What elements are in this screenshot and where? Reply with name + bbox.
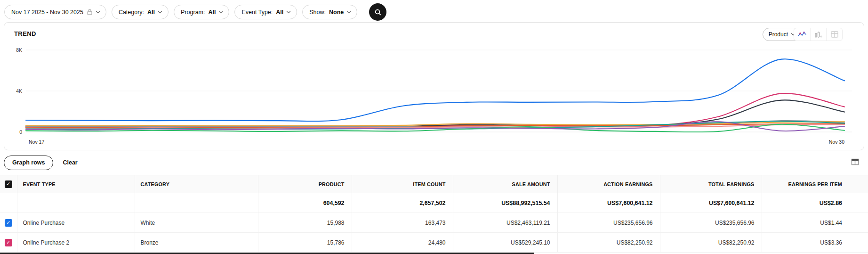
- filter-value: All: [147, 9, 155, 16]
- cell-sale-amount: US$2,463,119.21: [453, 213, 557, 233]
- cell-action-earnings: US$235,656.96: [557, 213, 660, 233]
- date-range-filter[interactable]: Nov 17 2025 - Nov 30 2025: [4, 5, 106, 19]
- cell-category: White: [135, 213, 258, 233]
- filter-label: Category:: [119, 9, 144, 16]
- row-checkbox[interactable]: ✓: [5, 219, 12, 227]
- cell-earnings-per-item: US$3.36: [762, 233, 868, 253]
- bar-chart-view-button[interactable]: [810, 28, 826, 41]
- row-checkbox[interactable]: ✓: [5, 239, 12, 246]
- clear-button[interactable]: Clear: [63, 159, 77, 166]
- cell-item-count: 163,473: [352, 213, 453, 233]
- table-view-icon: [830, 31, 839, 38]
- x-axis-tick-label: Nov 17: [29, 139, 44, 145]
- totals-row: 604,5922,657,502US$88,992,515.54US$7,600…: [0, 193, 868, 213]
- results-table: ✓EVENT TYPECATEGORYPRODUCTITEM COUNTSALE…: [0, 175, 868, 253]
- trend-panel: TREND Product 04K8KNov 1: [4, 22, 864, 150]
- row-checkbox-cell: ✓: [0, 233, 17, 253]
- chevron-down-icon: [96, 9, 100, 13]
- chevron-down-icon: [347, 9, 351, 13]
- filter-label: Show:: [309, 9, 326, 16]
- y-axis-tick-label: 4K: [16, 88, 22, 94]
- cell-product: 15,988: [258, 213, 352, 233]
- cell-item-count: 24,480: [352, 233, 453, 253]
- table-view-button[interactable]: [826, 28, 842, 41]
- trend-series-line: [26, 93, 844, 128]
- total-product: 604,592: [258, 193, 352, 213]
- cell-sale-amount: US$529,245.10: [453, 233, 557, 253]
- cell-total-earnings: US$235,656.96: [660, 213, 762, 233]
- column-header-category[interactable]: CATEGORY: [135, 175, 258, 193]
- lock-icon: [87, 9, 93, 15]
- totals-checkbox-cell: [0, 193, 17, 213]
- column-settings-button[interactable]: [851, 158, 859, 165]
- trend-line-chart: 04K8KNov 17Nov 30: [9, 42, 862, 148]
- column-header-action-earnings[interactable]: ACTION EARNINGS: [557, 175, 660, 193]
- filter-value: All: [276, 9, 283, 16]
- table-controls: Graph rows Clear: [4, 155, 864, 171]
- cell-product: 15,786: [258, 233, 352, 253]
- table-row: ✓Online Purchase 2Bronze15,78624,480US$5…: [0, 233, 868, 253]
- filter-label: Program:: [181, 9, 205, 16]
- table-columns-icon: [851, 158, 859, 165]
- total-earnings-per-item: US$2.86: [762, 193, 868, 213]
- chevron-down-icon: [287, 9, 290, 13]
- column-header-event-type[interactable]: EVENT TYPE: [17, 175, 135, 193]
- chevron-down-icon: [219, 9, 223, 13]
- total-total-earnings: US$7,600,641.12: [660, 193, 762, 213]
- filter-pill-group: Category:AllProgram:AllEvent Type:AllSho…: [112, 5, 357, 19]
- filter-pill-event-type[interactable]: Event Type:All: [234, 5, 297, 19]
- column-header-total-earnings[interactable]: TOTAL EARNINGS: [660, 175, 762, 193]
- select-all-checkbox[interactable]: ✓: [5, 180, 12, 188]
- date-range-label: Nov 17 2025 - Nov 30 2025: [11, 9, 83, 16]
- filter-label: Event Type:: [241, 9, 273, 16]
- filter-pill-show[interactable]: Show:None: [302, 5, 357, 19]
- cell-event-type: Online Purchase 2: [17, 233, 135, 253]
- y-axis-tick-label: 8K: [16, 47, 22, 53]
- total-sale-amount: US$88,992,515.54: [453, 193, 557, 213]
- column-header-earnings-per-item[interactable]: EARNINGS PER ITEM: [762, 175, 868, 193]
- cell-total-earnings: US$82,250.92: [660, 233, 762, 253]
- search-button[interactable]: [369, 3, 386, 21]
- filter-bar: Nov 17 2025 - Nov 30 2025 Category:AllPr…: [0, 0, 868, 24]
- cell-category: Bronze: [135, 233, 258, 253]
- group-by-label: Product: [769, 31, 788, 38]
- table-row: ✓Online PurchaseWhite15,988163,473US$2,4…: [0, 213, 868, 233]
- cell-action-earnings: US$82,250.92: [557, 233, 660, 253]
- column-header-product[interactable]: PRODUCT: [258, 175, 352, 193]
- panel-title: TREND: [14, 30, 36, 37]
- line-chart-view-button[interactable]: [794, 28, 810, 41]
- table-header-row: ✓EVENT TYPECATEGORYPRODUCTITEM COUNTSALE…: [0, 175, 868, 193]
- column-header-item-count[interactable]: ITEM COUNT: [352, 175, 453, 193]
- bar-chart-icon: [814, 31, 823, 38]
- filter-pill-category[interactable]: Category:All: [112, 5, 169, 19]
- row-checkbox-cell: ✓: [0, 213, 17, 233]
- cell-event-type: Online Purchase: [17, 213, 135, 233]
- select-all-header-cell: ✓: [0, 175, 17, 193]
- chart-type-toggle: [794, 28, 843, 41]
- filter-value: None: [329, 9, 344, 16]
- y-axis-tick-label: 0: [19, 129, 22, 135]
- filter-value: All: [208, 9, 216, 16]
- search-icon: [374, 8, 382, 16]
- line-chart-icon: [798, 31, 806, 38]
- total-item-count: 2,657,502: [352, 193, 453, 213]
- x-axis-tick-label: Nov 30: [829, 139, 844, 145]
- total-category: [135, 193, 258, 213]
- chevron-down-icon: [158, 9, 162, 13]
- graph-rows-button[interactable]: Graph rows: [4, 156, 53, 170]
- trend-series-line: [26, 59, 844, 121]
- filter-pill-program[interactable]: Program:All: [174, 5, 229, 19]
- column-header-sale-amount[interactable]: SALE AMOUNT: [453, 175, 557, 193]
- total-action-earnings: US$7,600,641.12: [557, 193, 660, 213]
- total-event-type: [17, 193, 135, 213]
- cell-earnings-per-item: US$1.44: [762, 213, 868, 233]
